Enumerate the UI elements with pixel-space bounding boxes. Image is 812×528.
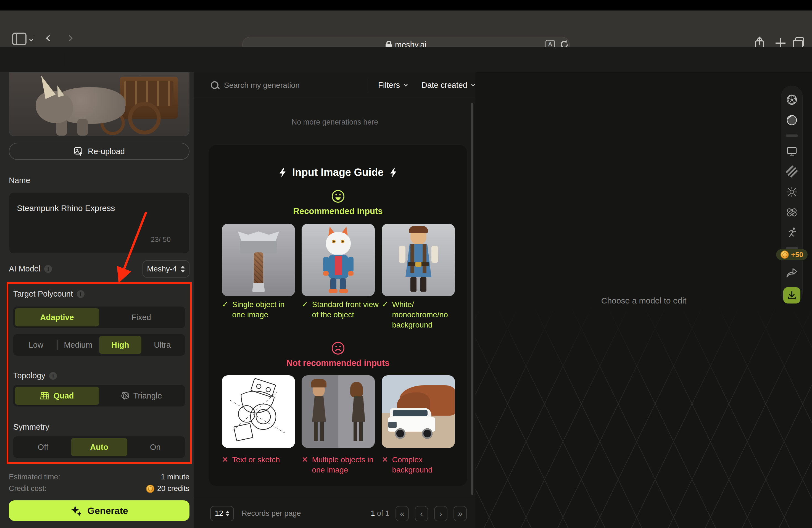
check-icon: ✓: [302, 299, 308, 320]
polycount-label: Target Polycount: [13, 289, 73, 298]
toolbar-divider: [367, 79, 368, 91]
topology-triangle[interactable]: Triangle: [99, 386, 184, 405]
symmetry-auto[interactable]: Auto: [71, 438, 127, 456]
rhino-head-art: [35, 91, 73, 123]
name-input[interactable]: Steampunk Rhino Express: [9, 192, 189, 254]
wireframe-view-icon[interactable]: [786, 93, 798, 106]
smiley-icon: [331, 189, 345, 204]
example-image-hammer: [222, 224, 295, 296]
image-upload-icon: [73, 146, 83, 156]
uploaded-image-preview: [9, 72, 189, 136]
ai-model-select[interactable]: Meshy-4: [143, 260, 189, 278]
estimated-time-row: Estimated time: 1 minute: [9, 473, 189, 481]
empty-state-message: No more generations here: [194, 118, 476, 127]
ai-model-row: AI Model i: [9, 264, 52, 274]
next-page-button[interactable]: ›: [434, 506, 447, 522]
input-image-guide-card: Input Image Guide Recommended inputs: [209, 145, 467, 486]
last-page-button[interactable]: »: [453, 506, 467, 522]
check-icon: ✓: [382, 299, 388, 330]
back-icon[interactable]: [47, 36, 52, 41]
recommended-header: Recommended inputs: [209, 189, 467, 216]
viewport-grid-floor: [476, 302, 812, 528]
select-stepper-icon: [180, 266, 185, 273]
polycount-mode-fixed[interactable]: Fixed: [99, 308, 184, 326]
animate-icon[interactable]: [786, 227, 798, 239]
records-per-page-select[interactable]: 12: [210, 506, 234, 522]
cross-icon: ✕: [302, 455, 308, 475]
coin-icon: [146, 485, 155, 493]
page-info: 1 of 1: [371, 509, 389, 518]
not-recommended-caption: ✕ Text or sketch: [222, 455, 299, 465]
toolbar-divider: [786, 134, 798, 137]
topology-label: Topology: [13, 371, 45, 380]
forward-icon[interactable]: [68, 36, 72, 41]
generate-button[interactable]: Generate: [9, 500, 189, 521]
model-viewport[interactable]: Choose a model to edit: [476, 72, 812, 528]
header-divider: [66, 53, 66, 66]
filters-button[interactable]: Filters: [378, 80, 407, 90]
reward-badge: +50: [776, 249, 808, 260]
records-per-page-label: Records per page: [242, 509, 301, 518]
gallery-toolbar: Filters Date created: [194, 72, 476, 98]
topology-toggle: Quad Triangle: [13, 385, 185, 407]
polycount-level-medium[interactable]: Medium: [57, 336, 99, 354]
lightning-icon: [279, 167, 286, 178]
toolbar-divider: [34, 36, 34, 44]
pagination-bar: 12 Records per page 1 of 1 « ‹ › »: [194, 499, 476, 528]
info-icon[interactable]: i: [44, 265, 52, 273]
info-icon[interactable]: i: [77, 290, 85, 298]
estimated-time-label: Estimated time:: [9, 473, 60, 481]
not-recommended-caption: ✕ Multiple objects in one image: [302, 455, 379, 475]
symmetry-on[interactable]: On: [127, 438, 184, 456]
generation-settings-panel: Re-upload Name Steampunk Rhino Express 2…: [0, 72, 194, 528]
polycount-level-toggle: Low Medium High Ultra: [13, 334, 185, 356]
not-recommended-caption: ✕ Complex background: [382, 455, 459, 475]
chevron-down-icon: [471, 82, 475, 86]
info-icon[interactable]: i: [49, 372, 57, 380]
search-input[interactable]: [224, 81, 343, 90]
repair-icon[interactable]: [786, 206, 798, 218]
texture-icon[interactable]: [786, 165, 798, 178]
lightning-icon: [390, 167, 397, 178]
topology-quad[interactable]: Quad: [15, 386, 99, 405]
polycount-mode-toggle: Adaptive Fixed: [13, 307, 185, 328]
cross-icon: ✕: [382, 455, 388, 475]
macos-menubar: [0, 0, 812, 11]
sort-button[interactable]: Date created: [421, 80, 475, 90]
symmetry-label: Symmetry: [13, 423, 49, 431]
prev-page-button[interactable]: ‹: [415, 506, 428, 522]
estimated-time-value: 1 minute: [161, 473, 189, 481]
credit-cost-value: 20 credits: [157, 484, 189, 493]
check-icon: ✓: [222, 299, 228, 320]
chevron-down-icon: [404, 82, 408, 86]
material-view-icon[interactable]: [786, 114, 798, 126]
guide-title-row: Input Image Guide: [209, 166, 467, 178]
name-counter: 23/ 50: [0, 235, 180, 244]
tab-overview-icon[interactable]: [795, 37, 804, 46]
share-model-icon[interactable]: [786, 267, 798, 279]
rhino-horn-art: [36, 73, 56, 99]
browser-sidebar-icon[interactable]: [12, 33, 27, 45]
reupload-button[interactable]: Re-upload: [9, 143, 189, 160]
quad-grid-icon: [40, 392, 49, 400]
name-label: Name: [9, 176, 30, 185]
download-button[interactable]: [783, 287, 800, 304]
display-settings-icon[interactable]: [786, 145, 798, 157]
select-stepper-icon: [226, 511, 229, 516]
polycount-label-row: Target Polycount i: [13, 289, 85, 298]
first-page-button[interactable]: «: [395, 506, 409, 522]
scrollbar[interactable]: [471, 103, 473, 495]
polycount-level-high[interactable]: High: [99, 336, 141, 354]
wheel-art: [128, 102, 161, 134]
symmetry-off[interactable]: Off: [15, 438, 71, 456]
polycount-level-low[interactable]: Low: [15, 336, 57, 354]
credit-cost-row: Credit cost: 20 credits: [9, 484, 189, 493]
cross-icon: ✕: [222, 455, 228, 465]
polycount-mode-adaptive[interactable]: Adaptive: [15, 308, 99, 326]
triangle-mesh-icon: [121, 392, 130, 400]
polycount-level-ultra[interactable]: Ultra: [141, 336, 184, 354]
recommended-caption: ✓ White/ monochrome/no background: [382, 299, 455, 330]
browser-sidebar-caret-icon[interactable]: [30, 37, 33, 42]
lighting-icon[interactable]: [786, 186, 798, 198]
frown-icon: [331, 341, 345, 355]
